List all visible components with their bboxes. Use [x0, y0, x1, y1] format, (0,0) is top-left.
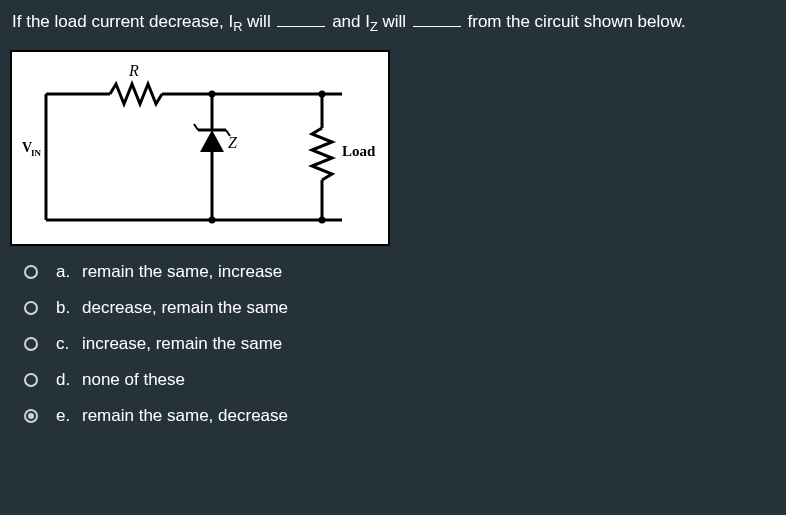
- svg-point-13: [209, 217, 216, 224]
- radio-a[interactable]: [24, 265, 38, 279]
- answer-text: remain the same, decrease: [82, 406, 288, 426]
- answer-option-c[interactable]: c. increase, remain the same: [24, 334, 786, 354]
- answer-text: remain the same, increase: [82, 262, 282, 282]
- stem-sub-1: R: [233, 19, 242, 34]
- stem-text-5: from the circuit shown below.: [463, 12, 686, 31]
- answer-list: a. remain the same, increase b. decrease…: [0, 254, 786, 426]
- answer-letter: d.: [56, 370, 82, 390]
- svg-point-12: [319, 91, 326, 98]
- answer-option-b[interactable]: b. decrease, remain the same: [24, 298, 786, 318]
- answer-letter: b.: [56, 298, 82, 318]
- answer-letter: e.: [56, 406, 82, 426]
- radio-d[interactable]: [24, 373, 38, 387]
- stem-sub-2: Z: [370, 19, 378, 34]
- stem-text-3: and I: [327, 12, 370, 31]
- answer-text: increase, remain the same: [82, 334, 282, 354]
- stem-text-1: If the load current decrease, I: [12, 12, 233, 31]
- radio-b[interactable]: [24, 301, 38, 315]
- blank-1: [277, 15, 325, 27]
- zener-label: Z: [228, 134, 238, 151]
- answer-text: decrease, remain the same: [82, 298, 288, 318]
- svg-marker-4: [200, 130, 224, 152]
- vin-sub: IN: [31, 148, 42, 158]
- answer-text: none of these: [82, 370, 185, 390]
- answer-option-e[interactable]: e. remain the same, decrease: [24, 406, 786, 426]
- circuit-diagram: R V IN Z Load: [10, 50, 390, 246]
- circuit-svg: R V IN Z Load: [12, 52, 388, 244]
- stem-text-4: will: [378, 12, 411, 31]
- resistor-label: R: [128, 62, 139, 79]
- blank-2: [413, 15, 461, 27]
- answer-option-d[interactable]: d. none of these: [24, 370, 786, 390]
- answer-letter: c.: [56, 334, 82, 354]
- svg-point-14: [319, 217, 326, 224]
- answer-option-a[interactable]: a. remain the same, increase: [24, 262, 786, 282]
- svg-point-11: [209, 91, 216, 98]
- radio-c[interactable]: [24, 337, 38, 351]
- answer-letter: a.: [56, 262, 82, 282]
- radio-e[interactable]: [24, 409, 38, 423]
- question-stem: If the load current decrease, IR will an…: [0, 0, 786, 44]
- load-label: Load: [342, 143, 376, 159]
- stem-text-2: will: [242, 12, 275, 31]
